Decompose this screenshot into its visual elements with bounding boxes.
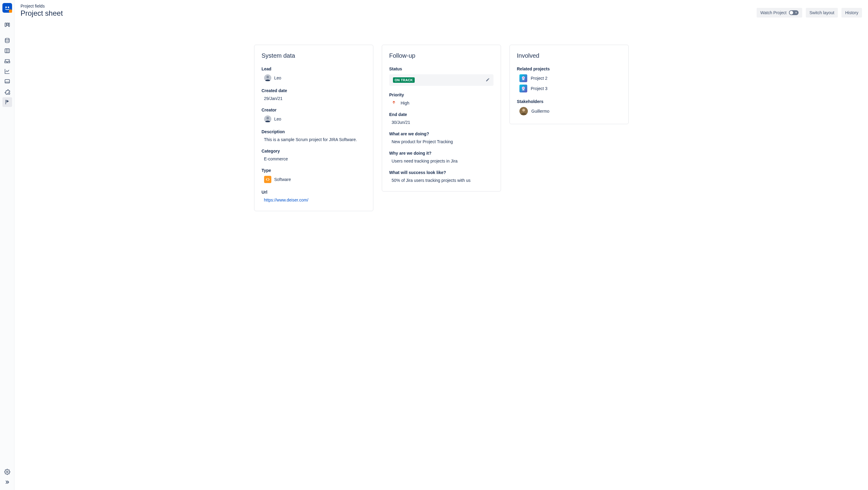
field-label-why: Why are we doing it? [389, 151, 493, 155]
field-label-doing: What are we doing? [389, 132, 493, 136]
system-data-card: System data Lead Leo Created date 29/Jan… [254, 45, 373, 211]
page-title: Project sheet [21, 9, 63, 18]
app-logo[interactable] [2, 3, 12, 13]
related-project-link[interactable]: Project 3 [517, 85, 621, 92]
nav-flag-icon[interactable] [2, 97, 12, 107]
software-type-icon [264, 176, 271, 183]
description-value[interactable]: This is a sample Scrum project for JIRA … [262, 137, 366, 142]
svg-point-2 [7, 7, 9, 8]
svg-point-23 [522, 87, 524, 89]
nav-board-icon[interactable] [2, 20, 12, 30]
watch-project-toggle[interactable]: Watch Project ✕ [756, 8, 802, 18]
status-badge: ON TRACK [393, 77, 415, 83]
nav-chart-icon[interactable] [2, 66, 12, 76]
breadcrumb[interactable]: Project fields [21, 4, 63, 8]
why-value[interactable]: Users need tracking projects in Jira [389, 158, 493, 164]
created-date-value[interactable]: 29/Jan/21 [262, 96, 366, 101]
nav-columns-icon[interactable] [2, 46, 12, 56]
project-name: Project 3 [531, 86, 548, 91]
switch-layout-button[interactable]: Switch layout [806, 8, 838, 18]
end-date-value[interactable]: 30/Jun/21 [389, 120, 493, 125]
field-label-status: Status [389, 66, 493, 71]
svg-point-7 [5, 38, 9, 40]
svg-point-20 [522, 77, 524, 79]
project-avatar-icon [519, 74, 527, 82]
field-label-url: Url [262, 190, 366, 195]
success-value[interactable]: 50% of Jira users tracking projects with… [389, 178, 493, 183]
nav-inbox-icon[interactable] [2, 56, 12, 66]
edit-icon[interactable] [486, 78, 490, 83]
category-value[interactable]: E-commerce [262, 156, 366, 161]
creator-name: Leo [274, 117, 281, 121]
field-label-end-date: End date [389, 112, 493, 117]
toggle-switch-off-icon: ✕ [789, 10, 799, 15]
project-avatar-icon [519, 85, 527, 92]
nav-expand-icon[interactable] [2, 477, 12, 487]
field-label-stakeholders: Stakeholders [517, 99, 621, 104]
avatar-icon [264, 115, 271, 123]
svg-rect-11 [5, 80, 9, 83]
lead-name: Leo [274, 76, 281, 80]
sidebar-nav [0, 0, 14, 490]
svg-rect-8 [5, 49, 9, 53]
field-label-lead: Lead [262, 66, 366, 71]
card-title: Follow-up [389, 52, 493, 59]
nav-database-icon[interactable] [2, 36, 12, 45]
svg-rect-6 [8, 23, 9, 27]
field-label-priority: Priority [389, 92, 493, 97]
nav-addon-icon[interactable] [2, 87, 12, 97]
doing-value[interactable]: New product for Project Tracking [389, 139, 493, 144]
nav-settings-icon[interactable] [2, 467, 12, 477]
svg-rect-21 [522, 80, 525, 80]
priority-high-icon [392, 100, 396, 106]
svg-point-17 [267, 117, 269, 119]
stakeholder-name: Guillermo [531, 109, 550, 114]
priority-text: High [401, 100, 409, 106]
svg-rect-4 [5, 23, 6, 27]
card-title: Involved [517, 52, 621, 59]
status-field[interactable]: ON TRACK [389, 74, 493, 86]
svg-point-1 [5, 7, 7, 8]
watch-project-label: Watch Project [760, 10, 786, 15]
field-label-description: Description [262, 129, 366, 134]
field-label-created: Created date [262, 88, 366, 93]
follow-up-card: Follow-up Status ON TRACK Priority High [382, 45, 501, 192]
card-title: System data [262, 52, 366, 59]
priority-value[interactable]: High [389, 100, 493, 106]
nav-monitor-icon[interactable] [2, 77, 12, 86]
field-label-creator: Creator [262, 108, 366, 112]
type-value[interactable]: Software [262, 176, 366, 183]
field-label-category: Category [262, 149, 366, 153]
svg-rect-24 [522, 90, 525, 90]
url-link[interactable]: https://www.deiser.com/ [262, 198, 366, 202]
svg-point-13 [6, 471, 8, 473]
avatar-icon [264, 74, 271, 82]
svg-point-26 [522, 109, 525, 112]
field-label-type: Type [262, 168, 366, 173]
svg-point-15 [267, 76, 269, 78]
lead-value[interactable]: Leo [262, 74, 366, 82]
creator-value[interactable]: Leo [262, 115, 366, 123]
field-label-success: What will success look like? [389, 170, 493, 175]
svg-rect-5 [7, 23, 8, 25]
history-button[interactable]: History [841, 8, 862, 18]
page-header: Project fields Project sheet Watch Proje… [14, 0, 868, 18]
type-name: Software [274, 177, 291, 182]
project-name: Project 2 [531, 76, 548, 81]
involved-card: Involved Related projects Project 2 Proj… [509, 45, 629, 124]
avatar-icon [519, 107, 528, 115]
stakeholder-row[interactable]: Guillermo [517, 107, 621, 115]
related-project-link[interactable]: Project 2 [517, 74, 621, 82]
field-label-related: Related projects [517, 66, 621, 71]
